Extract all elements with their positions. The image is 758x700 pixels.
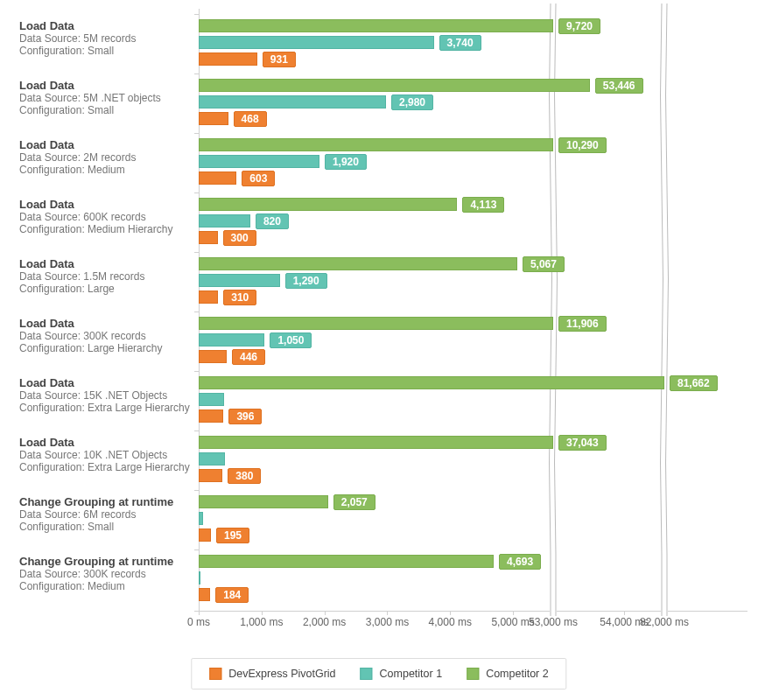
bar [199, 52, 257, 66]
category-label: Load DataData Source: 300K recordsConfig… [19, 317, 194, 354]
x-tick [624, 611, 625, 615]
bar [199, 350, 227, 363]
bar [199, 257, 517, 270]
bar [199, 555, 494, 568]
y-tick [194, 252, 199, 253]
data-label: 10,290 [558, 137, 607, 153]
category-subtitle: Configuration: Extra Large Hierarchy [19, 461, 194, 473]
x-tick-label: 2,000 ms [303, 616, 346, 628]
y-tick [194, 192, 199, 193]
axis-break-icon [658, 4, 670, 616]
bar [199, 469, 222, 482]
data-label: 53,446 [595, 78, 643, 94]
data-label: 4,113 [462, 197, 504, 213]
category-title: Load Data [19, 138, 194, 151]
category-subtitle: Configuration: Small [19, 104, 194, 116]
legend-swatch-competitor2 [467, 668, 479, 680]
data-label: 1,290 [285, 273, 327, 289]
category-title: Load Data [19, 198, 194, 211]
legend: DevExpress PivotGrid Competitor 1 Compet… [191, 658, 566, 690]
y-tick [194, 312, 199, 312]
bar [199, 274, 280, 287]
data-label: 2,980 [391, 94, 433, 110]
category-subtitle: Data Source: 15K .NET Objects [19, 389, 194, 402]
category-subtitle: Data Source: 5M records [19, 32, 194, 45]
bar [199, 393, 224, 406]
y-tick [194, 550, 199, 550]
bar [199, 410, 223, 423]
bar [199, 79, 590, 92]
data-label: 4,693 [499, 554, 541, 570]
data-label: 37,043 [558, 435, 607, 451]
x-tick [325, 611, 326, 615]
category-subtitle: Data Source: 5M .NET objects [19, 92, 194, 104]
y-tick [194, 611, 199, 612]
chart-container: Load DataData Source: 5M recordsConfigur… [0, 0, 758, 700]
svg-rect-1 [661, 4, 668, 616]
data-label: 396 [228, 409, 262, 424]
x-tick-label: 53,000 ms [529, 616, 578, 628]
bar [199, 333, 264, 346]
x-tick [387, 611, 388, 615]
data-label: 9,720 [558, 18, 600, 34]
category-subtitle: Configuration: Medium [19, 580, 194, 592]
category-title: Load Data [19, 317, 194, 330]
category-subtitle: Data Source: 300K records [19, 330, 194, 342]
category-title: Change Grouping at runtime [19, 555, 194, 568]
y-tick [194, 490, 199, 491]
x-tick [664, 611, 665, 615]
y-tick [194, 14, 199, 15]
category-title: Change Grouping at runtime [19, 495, 194, 508]
data-label: 300 [223, 230, 256, 246]
category-subtitle: Configuration: Small [19, 521, 194, 533]
category-title: Load Data [19, 376, 194, 389]
bar [199, 19, 553, 32]
category-label: Load DataData Source: 600K recordsConfig… [19, 198, 194, 235]
category-label: Load DataData Source: 5M recordsConfigur… [19, 19, 194, 57]
y-tick [194, 133, 199, 134]
data-label: 820 [256, 214, 289, 229]
legend-label: DevExpress PivotGrid [228, 668, 335, 680]
y-tick [194, 430, 199, 431]
x-tick [450, 611, 451, 615]
category-subtitle: Data Source: 600K records [19, 211, 194, 223]
category-label: Load DataData Source: 5M .NET objectsCon… [19, 79, 194, 116]
data-label: 2,057 [333, 494, 375, 510]
category-subtitle: Data Source: 1.5M records [19, 270, 194, 283]
x-tick-label: 4,000 ms [429, 616, 472, 628]
bar [199, 36, 434, 49]
bar [199, 512, 203, 525]
category-subtitle: Configuration: Small [19, 45, 194, 57]
x-tick [513, 611, 514, 615]
bar [199, 452, 225, 466]
data-label: 184 [215, 587, 249, 603]
bar [199, 528, 211, 542]
bar [199, 436, 553, 449]
bar [199, 571, 200, 584]
data-label: 380 [228, 468, 261, 484]
legend-item: Competitor 2 [467, 668, 549, 680]
x-tick [199, 611, 200, 615]
data-label: 81,662 [670, 375, 718, 391]
x-tick-label: 82,000 ms [640, 616, 689, 628]
legend-label: Competitor 2 [486, 668, 549, 680]
data-label: 931 [263, 52, 296, 67]
category-label: Load DataData Source: 10K .NET ObjectsCo… [19, 436, 194, 473]
y-tick [194, 371, 199, 372]
bar [199, 172, 236, 185]
svg-rect-0 [550, 4, 557, 616]
bar [199, 231, 218, 244]
category-subtitle: Configuration: Large [19, 283, 194, 295]
category-title: Load Data [19, 257, 194, 270]
bar [199, 317, 553, 330]
legend-swatch-devexpress [209, 668, 221, 680]
bar [199, 214, 250, 228]
x-tick [262, 611, 263, 615]
category-title: Load Data [19, 79, 194, 92]
x-tick-label: 1,000 ms [240, 616, 283, 628]
bars-region: 0 ms1,000 ms2,000 ms3,000 ms4,000 ms5,00… [199, 9, 747, 621]
category-subtitle: Configuration: Large Hierarchy [19, 342, 194, 354]
data-label: 11,906 [558, 316, 607, 332]
category-label: Change Grouping at runtimeData Source: 3… [19, 555, 194, 592]
data-label: 5,067 [523, 256, 565, 272]
